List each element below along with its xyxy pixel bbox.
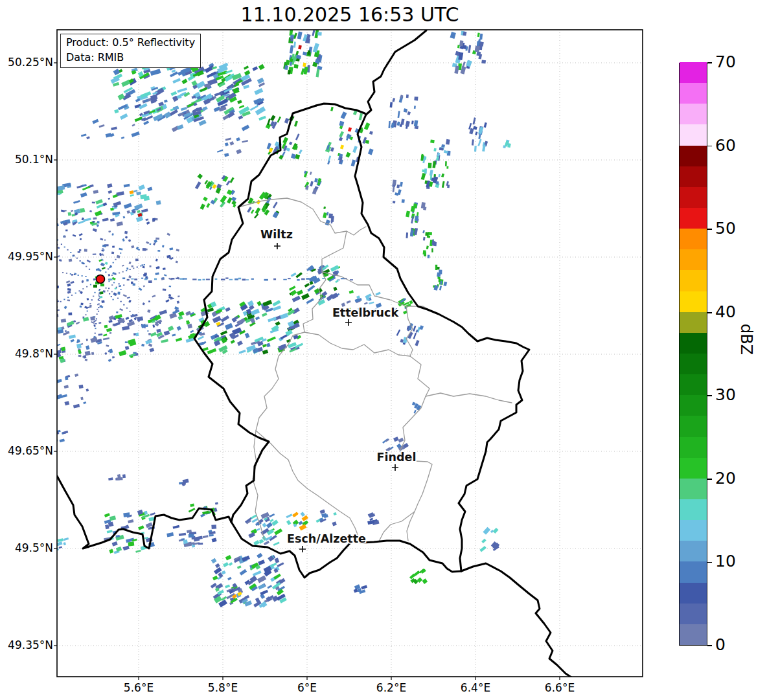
- echo-cluster: [388, 95, 418, 129]
- city-marker: [299, 546, 306, 552]
- lat-tick-label: 50.25°N: [0, 56, 53, 69]
- radar-map: WiltzEttelbruckFindelEsch/Alzette: [0, 0, 767, 700]
- echo-cluster: [217, 137, 248, 157]
- graticule: [54, 30, 643, 680]
- echo-cluster: [304, 170, 322, 194]
- colorbar-step: [680, 249, 707, 271]
- district-borders: [238, 198, 512, 543]
- radar-site-marker: [97, 275, 105, 284]
- colorbar-tick-label: 10: [715, 552, 761, 570]
- echo-cluster: [450, 31, 487, 74]
- lon-tick-label: 6.2°E: [362, 681, 420, 694]
- city-marker: [345, 319, 352, 326]
- colorbar: [679, 63, 707, 646]
- echo-cluster: [412, 401, 421, 413]
- colorbar-step: [680, 291, 707, 312]
- colorbar-step: [680, 145, 707, 166]
- colorbar-step: [680, 436, 707, 458]
- colorbar-step: [680, 499, 707, 521]
- echo-cluster: [354, 584, 367, 594]
- colorbar-step: [680, 520, 707, 541]
- product-info-box: Product: 0.5° Reflectivity Data: RMIB: [60, 34, 201, 68]
- echo-cluster: [468, 117, 488, 152]
- radar-screenshot-page: 11.10.2025 16:53 UTC WiltzEttelbruckFind…: [0, 0, 767, 700]
- city-marker: [392, 464, 398, 471]
- colorbar-tick-mark: [707, 229, 712, 230]
- city-label: Ettelbruck: [332, 306, 399, 319]
- echo-cluster: [53, 183, 161, 226]
- echo-cluster: [409, 569, 428, 584]
- echo-cluster: [423, 232, 437, 258]
- colorbar-step: [680, 124, 707, 146]
- colorbar-step: [680, 416, 707, 437]
- colorbar-tick-label: 50: [715, 219, 761, 238]
- lat-tick-label: 49.65°N: [0, 444, 53, 457]
- colorbar-step: [680, 166, 707, 187]
- colorbar-tick-mark: [707, 146, 712, 147]
- colorbar-step: [680, 478, 707, 499]
- echo-cluster: [166, 525, 216, 547]
- lon-tick-label: 6.6°E: [531, 681, 589, 694]
- data-source-line: Data: RMIB: [66, 51, 195, 65]
- colorbar-tick-label: 70: [715, 52, 761, 71]
- map-frame: [57, 30, 643, 677]
- echo-cluster: [420, 139, 450, 189]
- echo-cluster: [433, 265, 447, 291]
- lon-tick-label: 6.4°E: [446, 681, 505, 694]
- echo-cluster: [289, 264, 340, 306]
- echo-cluster: [247, 192, 279, 218]
- echo-cluster: [479, 527, 499, 552]
- colorbar-step: [680, 208, 707, 229]
- colorbar-tick-mark: [707, 312, 712, 313]
- echo-cluster: [56, 374, 89, 409]
- colorbar-step: [680, 83, 707, 104]
- echo-cluster: [283, 28, 322, 77]
- colorbar-step: [680, 457, 707, 479]
- echo-cluster: [286, 512, 308, 530]
- city-label: Wiltz: [260, 228, 293, 241]
- colorbar-step: [680, 624, 707, 645]
- lat-tick-label: 49.35°N: [0, 638, 53, 651]
- colorbar-tick-mark: [707, 479, 712, 480]
- echo-cluster: [211, 553, 287, 608]
- colorbar-tick-label: 60: [715, 136, 761, 155]
- echo-cluster: [316, 510, 337, 526]
- colorbar-tick-label: 30: [715, 385, 761, 404]
- colorbar-tick-mark: [707, 395, 712, 396]
- colorbar-tick-mark: [707, 562, 712, 563]
- lat-tick-label: 49.5°N: [0, 541, 53, 554]
- city-label: Findel: [377, 451, 417, 464]
- city-layer: WiltzEttelbruckFindelEsch/Alzette: [260, 228, 416, 552]
- colorbar-step: [680, 395, 707, 416]
- colorbar-tick-label: 40: [715, 302, 761, 321]
- colorbar-tick-label: 20: [715, 469, 761, 488]
- colorbar-step: [680, 603, 707, 624]
- colorbar-step: [680, 270, 707, 291]
- lon-tick-label: 5.8°E: [194, 681, 252, 694]
- lat-tick-label: 50.1°N: [0, 153, 53, 166]
- colorbar-step: [680, 541, 707, 562]
- echo-cluster: [108, 474, 126, 480]
- lat-tick-label: 49.95°N: [0, 250, 53, 263]
- colorbar-tick-mark: [707, 62, 712, 63]
- colorbar-tick-label: 0: [715, 635, 761, 654]
- echo-cluster: [245, 512, 282, 546]
- echo-cluster: [198, 300, 303, 354]
- colorbar-step: [680, 332, 707, 354]
- echo-cluster: [81, 119, 124, 140]
- echo-cluster: [266, 115, 303, 160]
- echo-cluster: [367, 512, 379, 525]
- city-label: Esch/Alzette: [287, 532, 366, 545]
- colorbar-step: [680, 62, 707, 84]
- colorbar-title: dBZ: [737, 324, 755, 355]
- lat-tick-label: 49.8°N: [0, 347, 53, 360]
- colorbar-step: [680, 582, 707, 604]
- colorbar-step: [680, 311, 707, 333]
- colorbar-step: [680, 104, 707, 125]
- echo-cluster: [503, 140, 510, 148]
- product-info-line: Product: 0.5° Reflectivity: [66, 36, 195, 51]
- echo-cluster: [195, 174, 236, 210]
- colorbar-tick-mark: [707, 645, 712, 646]
- echo-cluster: [52, 430, 68, 443]
- colorbar-step: [680, 374, 707, 396]
